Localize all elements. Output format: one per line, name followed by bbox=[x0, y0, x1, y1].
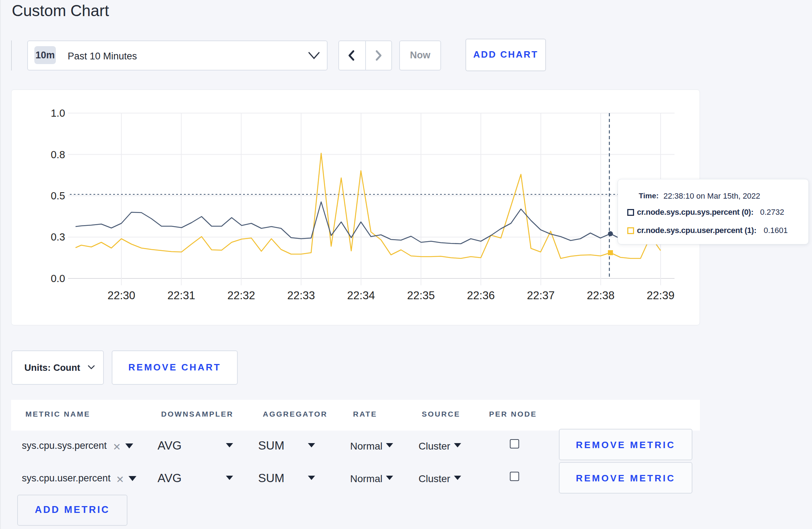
svg-text:0.8: 0.8 bbox=[51, 149, 65, 160]
svg-text:1.0: 1.0 bbox=[51, 107, 65, 119]
svg-text:22:38: 22:38 bbox=[587, 289, 615, 302]
svg-text:22:34: 22:34 bbox=[347, 289, 375, 302]
svg-text:22:37: 22:37 bbox=[527, 289, 555, 302]
svg-text:22:31: 22:31 bbox=[168, 289, 195, 302]
svg-text:22:36: 22:36 bbox=[467, 289, 495, 302]
svg-text:0.3: 0.3 bbox=[51, 231, 65, 243]
svg-text:22:35: 22:35 bbox=[407, 289, 435, 302]
svg-text:22:33: 22:33 bbox=[287, 289, 315, 302]
svg-text:22:39: 22:39 bbox=[647, 289, 675, 302]
svg-text:0.0: 0.0 bbox=[51, 273, 65, 284]
svg-text:22:30: 22:30 bbox=[107, 289, 135, 302]
svg-text:0.5: 0.5 bbox=[51, 190, 65, 202]
svg-text:22:32: 22:32 bbox=[227, 289, 255, 302]
